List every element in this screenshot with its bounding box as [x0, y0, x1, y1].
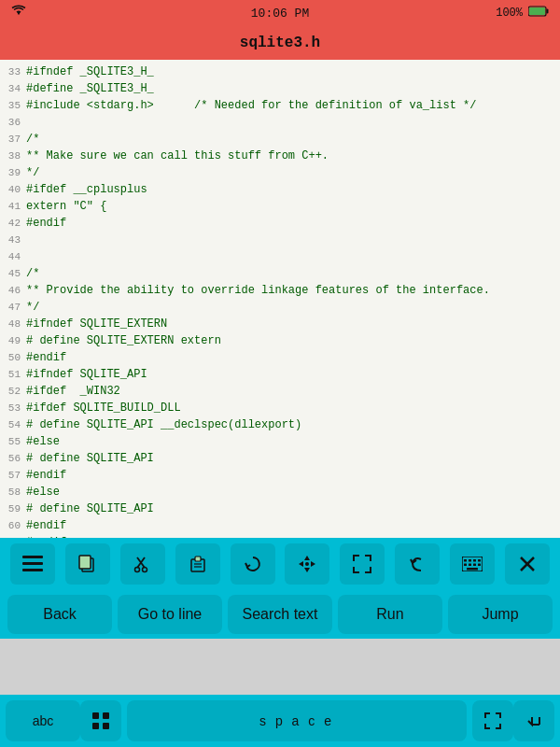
- grid-button[interactable]: [80, 700, 121, 741]
- line-number: 51: [0, 366, 26, 383]
- line-code: /*: [26, 131, 39, 148]
- line-code: extern "C" {: [26, 198, 106, 215]
- svg-rect-28: [473, 564, 476, 567]
- code-line-58: 58#else: [0, 484, 560, 500]
- line-code: # define SQLITE_API __declspec(dllexport…: [26, 416, 301, 433]
- line-number: 53: [0, 400, 26, 416]
- refresh-button[interactable]: [231, 543, 275, 585]
- line-code: #else: [26, 433, 60, 450]
- svg-marker-19: [311, 561, 315, 567]
- abc-button[interactable]: abc: [6, 700, 80, 741]
- code-line-44: 44: [0, 248, 560, 265]
- line-number: 38: [0, 148, 26, 164]
- code-line-33: 33#ifndef _SQLITE3_H_: [0, 63, 560, 80]
- svg-point-10: [134, 568, 139, 572]
- svg-point-11: [142, 568, 147, 572]
- move-button[interactable]: [285, 543, 329, 585]
- line-number: 57: [0, 467, 26, 484]
- line-code: # define SQLITE_EXTERN extern: [26, 332, 221, 349]
- svg-point-20: [305, 562, 309, 566]
- line-code: #ifndef SQLITE_API: [26, 366, 147, 383]
- close-button[interactable]: [505, 543, 550, 585]
- code-line-43: 43: [0, 232, 560, 248]
- enter-button[interactable]: [513, 700, 554, 741]
- line-code: */: [26, 299, 39, 316]
- svg-rect-24: [473, 559, 476, 562]
- svg-marker-17: [304, 568, 310, 572]
- line-number: 37: [0, 131, 26, 148]
- back-button[interactable]: Back: [7, 595, 112, 634]
- line-code: #endif: [26, 517, 66, 534]
- line-code: #endif: [26, 467, 66, 484]
- line-number: 40: [0, 181, 26, 198]
- line-number: 43: [0, 232, 26, 248]
- keyboard-button[interactable]: [450, 543, 495, 585]
- code-line-47: 47*/: [0, 299, 560, 316]
- svg-rect-7: [79, 556, 91, 569]
- code-line-52: 52#ifdef _WIN32: [0, 383, 560, 400]
- code-line-34: 34#define _SQLITE3_H_: [0, 80, 560, 97]
- run-button[interactable]: Run: [338, 595, 442, 634]
- svg-marker-16: [304, 556, 310, 560]
- code-line-59: 59# define SQLITE_API: [0, 500, 560, 517]
- line-number: 59: [0, 500, 26, 517]
- svg-marker-18: [299, 561, 303, 567]
- svg-rect-4: [22, 562, 43, 565]
- line-number: 54: [0, 416, 26, 433]
- svg-rect-5: [22, 569, 43, 571]
- code-line-51: 51#ifndef SQLITE_API: [0, 366, 560, 383]
- line-number: 36: [0, 114, 26, 131]
- code-line-56: 56# define SQLITE_API: [0, 450, 560, 467]
- action-bar: Back Go to line Search text Run Jump: [0, 590, 560, 639]
- line-number: 50: [0, 349, 26, 366]
- expand-kb-button[interactable]: [472, 700, 513, 741]
- line-number: 42: [0, 215, 26, 232]
- expand-button[interactable]: [340, 543, 385, 585]
- line-code: #ifdef _WIN32: [26, 383, 120, 400]
- menu-button[interactable]: [10, 543, 55, 585]
- svg-rect-30: [467, 568, 478, 571]
- undo-button[interactable]: [395, 543, 440, 585]
- jump-button[interactable]: Jump: [448, 595, 553, 634]
- line-code: #define _SQLITE3_H_: [26, 80, 154, 97]
- line-number: 52: [0, 383, 26, 400]
- title-bar: sqlite3.h: [0, 26, 560, 60]
- status-right: 100%: [496, 6, 549, 21]
- code-line-38: 38** Make sure we can call this stuff fr…: [0, 148, 560, 164]
- status-time: 10:06 PM: [251, 7, 309, 21]
- svg-rect-13: [195, 557, 201, 561]
- code-line-40: 40#ifdef __cplusplus: [0, 181, 560, 198]
- svg-rect-1: [547, 9, 549, 14]
- status-bar: 10:06 PM 100%: [0, 0, 560, 26]
- code-line-42: 42#endif: [0, 215, 560, 232]
- code-line-37: 37/*: [0, 131, 560, 148]
- toolbar: [0, 538, 560, 590]
- copy-button[interactable]: [65, 543, 110, 585]
- code-line-36: 36: [0, 114, 560, 131]
- line-number: 41: [0, 198, 26, 215]
- search-text-button[interactable]: Search text: [228, 595, 332, 634]
- svg-rect-36: [103, 723, 109, 729]
- svg-rect-23: [469, 559, 471, 562]
- line-code: /*: [26, 265, 39, 282]
- line-number: 58: [0, 484, 26, 500]
- line-number: 33: [0, 63, 26, 80]
- code-line-55: 55#else: [0, 433, 560, 450]
- code-line-46: 46** Provide the ability to override lin…: [0, 282, 560, 299]
- code-line-60: 60#endif: [0, 517, 560, 534]
- code-area[interactable]: 33#ifndef _SQLITE3_H_34#define _SQLITE3_…: [0, 60, 560, 538]
- space-button[interactable]: s p a c e: [127, 700, 467, 741]
- code-line-45: 45/*: [0, 265, 560, 282]
- go-to-line-button[interactable]: Go to line: [118, 595, 222, 634]
- svg-rect-2: [529, 7, 545, 15]
- cut-button[interactable]: [120, 543, 165, 585]
- code-line-53: 53#ifdef SQLITE_BUILD_DLL: [0, 400, 560, 416]
- code-line-57: 57#endif: [0, 467, 560, 484]
- line-code: #endif: [26, 215, 66, 232]
- line-number: 48: [0, 316, 26, 332]
- line-code: #ifdef SQLITE_BUILD_DLL: [26, 400, 181, 416]
- line-number: 60: [0, 517, 26, 534]
- line-code: #ifdef __cplusplus: [26, 181, 147, 198]
- line-number: 47: [0, 299, 26, 316]
- paste-button[interactable]: [175, 543, 220, 585]
